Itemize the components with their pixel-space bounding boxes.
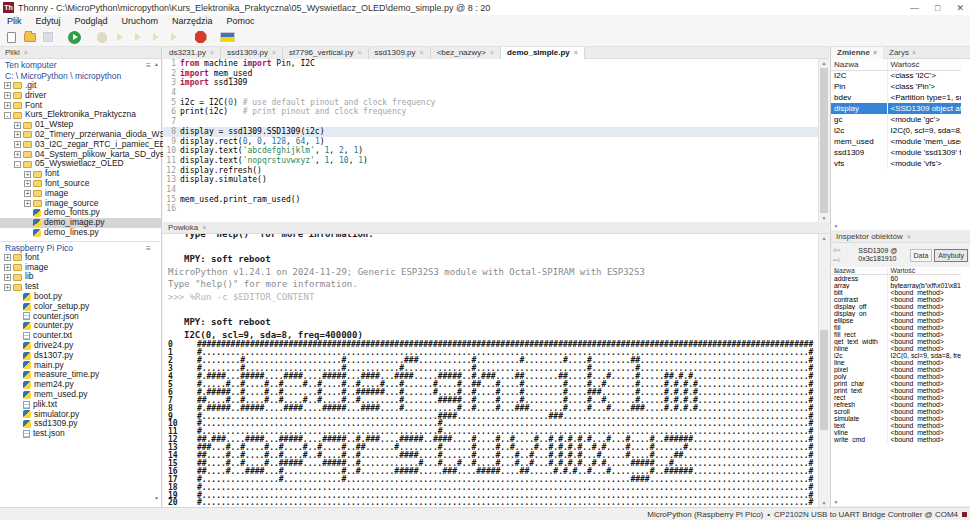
tab--bez-nazwy-[interactable]: <bez_nazwy>× — [431, 47, 501, 59]
inspector-tab-data[interactable]: Data — [910, 249, 933, 262]
attribute-row[interactable]: contrast<bound_method> — [831, 296, 961, 303]
new-file-button[interactable] — [3, 30, 20, 45]
variable-row[interactable]: i2cI2C(0, scl=9, sda=8, fre — [831, 125, 961, 136]
attribute-row[interactable]: hline<bound_method> — [831, 345, 961, 352]
close-icon[interactable]: × — [272, 47, 276, 59]
variable-row[interactable]: I2C<class 'I2C'> — [831, 70, 961, 81]
menu-item-uruchom[interactable]: Uruchom — [115, 15, 166, 28]
editor-line[interactable]: 14 — [163, 185, 818, 195]
editor-line[interactable]: 15mem_used.print_ram_used() — [163, 195, 818, 205]
back-arrow-icon[interactable]: ⇦ — [833, 245, 843, 255]
tree-item[interactable]: +test — [0, 282, 161, 292]
ukraine-flag-button[interactable] — [219, 30, 236, 45]
scroll-down-icon[interactable]: ▼ — [819, 215, 829, 221]
tree-item[interactable]: demo_lines.py — [0, 228, 161, 238]
hamburger-menu-icon[interactable]: ≡ — [146, 61, 151, 70]
tree-item[interactable]: plik.txt — [0, 400, 161, 410]
expand-icon[interactable]: + — [4, 254, 11, 261]
tree-item[interactable]: counter.txt — [0, 331, 161, 341]
tree-item[interactable]: -05_Wyswietlacz_OLED — [0, 159, 161, 169]
menu-item-edytuj[interactable]: Edytuj — [29, 15, 68, 28]
scroll-up-icon[interactable]: ▲ — [819, 235, 829, 241]
scroll-down-icon[interactable]: ▼ — [831, 499, 841, 505]
tab-ssd1309-py[interactable]: ssd1309.py× — [221, 47, 283, 59]
close-icon[interactable]: × — [24, 49, 28, 56]
collapse-icon[interactable]: - — [14, 161, 21, 168]
tree-item[interactable]: measure_time.py — [0, 370, 161, 380]
scroll-down-icon[interactable]: ▼ — [831, 223, 841, 229]
attribute-row[interactable]: vline<bound_method> — [831, 429, 961, 436]
close-icon[interactable]: × — [907, 233, 911, 240]
editor-line[interactable]: 8display = ssd1309.SSD1309(i2c) — [163, 127, 818, 137]
attribute-row[interactable]: refresh<bound_method> — [831, 401, 961, 408]
scroll-up-icon[interactable]: ▲ — [831, 60, 841, 66]
scroll-up-icon[interactable]: ▲ — [831, 268, 841, 274]
expand-icon[interactable]: + — [4, 284, 11, 291]
close-icon[interactable]: × — [873, 47, 877, 59]
editor-line[interactable]: 2import mem_used — [163, 69, 818, 79]
attribute-row[interactable]: display_off<bound_method> — [831, 303, 961, 310]
close-icon[interactable]: × — [912, 47, 916, 59]
tree-item[interactable]: drive24.py — [0, 341, 161, 351]
menu-item-podgląd[interactable]: Podgląd — [68, 15, 115, 28]
attribute-row[interactable]: write_cmd<bound_method> — [831, 436, 961, 443]
attribute-row[interactable]: print_text<bound_method> — [831, 387, 961, 394]
attribute-row[interactable]: address60 — [831, 275, 961, 283]
variable-row[interactable]: ssd1309<module 'ssd1309' fron — [831, 147, 961, 158]
attribute-row[interactable]: arraybytearray(b'\xff\x01\x81 — [831, 282, 961, 289]
tree-item[interactable]: counter.py — [0, 321, 161, 331]
hamburger-menu-icon[interactable]: ≡ — [146, 244, 151, 253]
editor-line[interactable]: 13display.simulate() — [163, 175, 818, 185]
scroll-down-icon[interactable]: ▼ — [819, 500, 829, 506]
open-folder-button[interactable] — [21, 30, 38, 45]
tree-item[interactable]: simulator.py — [0, 410, 161, 420]
attribute-row[interactable]: simulate<bound_method> — [831, 415, 961, 422]
shell-scrollbar[interactable]: ▲ ▼ — [818, 234, 828, 507]
tab-zmienne[interactable]: Zmienne× — [831, 47, 883, 59]
variable-row[interactable]: mem_used<module 'mem_used' f — [831, 136, 961, 147]
shell-output[interactable]: Type "help()" for more information. MPY:… — [163, 234, 818, 507]
close-icon[interactable]: × — [210, 47, 214, 59]
variable-row[interactable]: gc<module 'gc'> — [831, 114, 961, 125]
variable-row[interactable]: display<SSD1309 object at 3c1 — [831, 103, 961, 114]
expand-icon[interactable]: + — [4, 82, 11, 89]
computer-tree-root[interactable]: Ten komputer ≡ — [0, 59, 161, 70]
tree-item[interactable]: counter.json — [0, 312, 161, 322]
editor-line[interactable]: 9display.rect(0, 0, 128, 64, 1) — [163, 137, 818, 147]
expand-icon[interactable]: + — [4, 264, 11, 271]
interpreter-status[interactable]: MicroPython (Raspberry Pi Pico) — [647, 510, 763, 519]
editor-line[interactable]: 11display.text('nopqrstuvwxyz', 1, 10, 1… — [163, 156, 818, 166]
editor-line[interactable]: 3import ssd1309 — [163, 78, 818, 88]
attribute-row[interactable]: scroll<bound_method> — [831, 408, 961, 415]
close-icon[interactable]: × — [490, 47, 494, 59]
shell-scrollbar-thumb[interactable] — [820, 330, 828, 430]
close-icon[interactable]: × — [574, 47, 578, 59]
attribute-row[interactable]: rect<bound_method> — [831, 394, 961, 401]
variable-row[interactable]: bdev<Partition type=1, subt — [831, 92, 961, 103]
editor-line[interactable]: 1from machine import Pin, I2C — [163, 59, 818, 69]
expand-icon[interactable]: + — [24, 171, 31, 178]
scroll-up-icon[interactable]: ▲ — [819, 60, 829, 66]
editor-scrollbar-thumb[interactable] — [820, 68, 828, 213]
expand-icon[interactable]: + — [24, 180, 31, 187]
tab-zarys[interactable]: Zarys× — [883, 47, 922, 59]
close-icon[interactable]: × — [358, 47, 362, 59]
attribute-row[interactable]: text<bound_method> — [831, 422, 961, 429]
attribute-row[interactable]: pixel<bound_method> — [831, 366, 961, 373]
editor-line[interactable]: 12display.refresh() — [163, 166, 818, 176]
tree-item[interactable]: ssd1309.py — [0, 419, 161, 429]
expand-icon[interactable]: + — [4, 92, 11, 99]
tree-item[interactable]: test.json — [0, 429, 161, 439]
expand-icon[interactable]: + — [14, 141, 21, 148]
close-icon[interactable]: × — [420, 47, 424, 59]
port-status[interactable]: CP2102N USB to UART Bridge Controller @ … — [774, 510, 958, 519]
editor-line[interactable]: 6print(i2c) # print pinout and clock fre… — [163, 107, 818, 117]
close-icon[interactable]: × — [202, 224, 206, 231]
attribute-row[interactable]: poly<bound_method> — [831, 373, 961, 380]
editor-line[interactable]: 10display.text('abcdefghijklm', 1, 2, 1) — [163, 146, 818, 156]
tree-item[interactable]: mem_used.py — [0, 390, 161, 400]
tab-demo-simple-py[interactable]: demo_simple.py× — [501, 47, 585, 59]
tree-item[interactable]: ds1307.py — [0, 351, 161, 361]
minimize-button[interactable]: — — [910, 3, 919, 13]
menu-item-pomoc[interactable]: Pomoc — [220, 15, 262, 28]
